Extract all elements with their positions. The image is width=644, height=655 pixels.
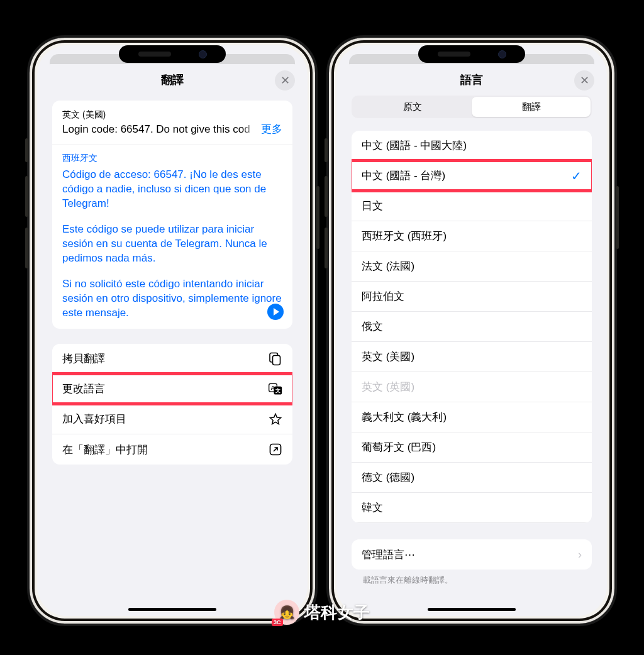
language-item[interactable]: 法文 (法國) (352, 251, 592, 282)
language-label: 英文 (英國) (362, 380, 414, 394)
phone-left: 翻譯 ✕ 英文 (美國) Login code: 66547. Do not g… (27, 35, 318, 626)
action-list: 拷貝翻譯 更改語言 A文 (52, 344, 292, 465)
segment-target[interactable]: 翻譯 (472, 97, 591, 117)
source-language-label: 英文 (美國) (62, 109, 282, 121)
language-item[interactable]: 義大利文 (義大利) (352, 402, 592, 432)
manage-label: 管理語言⋯ (362, 548, 415, 562)
language-label: 義大利文 (義大利) (362, 410, 447, 424)
language-item[interactable]: 俄文 (352, 312, 592, 342)
language-item[interactable]: 德文 (德國) (352, 463, 592, 493)
watermark-text: 塔科女子 (304, 602, 370, 624)
language-label: 中文 (國語 - 台灣) (362, 168, 445, 183)
language-label: 英文 (美國) (362, 350, 414, 364)
language-item[interactable]: 葡萄牙文 (巴西) (352, 432, 592, 463)
watermark: 👧3C 塔科女子 (274, 600, 370, 625)
close-button[interactable]: ✕ (275, 70, 295, 91)
open-in-translate-item[interactable]: 在「翻譯」中打開 (52, 434, 292, 465)
change-language-item[interactable]: 更改語言 A文 (52, 374, 292, 404)
sheet-title: 語言 (460, 72, 483, 87)
translate-sheet: 翻譯 ✕ 英文 (美國) Login code: 66547. Do not g… (42, 64, 303, 616)
language-item[interactable]: 英文 (美國) (352, 342, 592, 372)
volume-down[interactable] (25, 228, 28, 268)
translation-card: 英文 (美國) Login code: 66547. Do not give t… (52, 101, 292, 329)
mute-switch[interactable] (325, 138, 328, 162)
action-label: 更改語言 (62, 382, 105, 396)
power-button[interactable] (616, 186, 619, 249)
language-label: 中文 (國語 - 中國大陸) (362, 138, 467, 153)
language-label: 法文 (法國) (362, 259, 414, 273)
notch (119, 45, 226, 63)
language-item[interactable]: 中文 (國語 - 中國大陸) (352, 131, 592, 161)
add-favorite-item[interactable]: 加入喜好項目 (52, 404, 292, 434)
language-label: 西班牙文 (西班牙) (362, 229, 447, 243)
language-label: 日文 (362, 199, 383, 213)
language-label: 俄文 (362, 319, 383, 334)
language-sheet: 語言 ✕ 原文 翻譯 中文 (國語 - 中國大陸)中文 (國語 - 台灣)✓日文… (341, 64, 602, 616)
language-label: 韓文 (362, 500, 383, 515)
sheet-title: 翻譯 (161, 72, 184, 87)
chevron-right-icon: › (578, 548, 582, 561)
watermark-avatar: 👧3C (274, 600, 299, 625)
target-language-label: 西班牙文 (62, 153, 282, 164)
open-external-icon (269, 443, 282, 456)
language-label: 阿拉伯文 (362, 289, 404, 304)
volume-down[interactable] (325, 228, 328, 268)
language-item: 英文 (英國) (352, 372, 592, 402)
divider (52, 145, 292, 145)
power-button[interactable] (316, 186, 319, 249)
segmented-control: 原文 翻譯 (352, 96, 592, 118)
language-item[interactable]: 西班牙文 (西班牙) (352, 221, 592, 251)
notch (418, 45, 525, 63)
language-item[interactable]: 中文 (國語 - 台灣)✓ (352, 161, 592, 191)
language-label: 葡萄牙文 (巴西) (362, 440, 436, 454)
mute-switch[interactable] (25, 138, 28, 162)
volume-up[interactable] (325, 176, 328, 217)
translate-icon: A文 (269, 382, 282, 396)
language-list: 中文 (國語 - 中國大陸)中文 (國語 - 台灣)✓日文西班牙文 (西班牙)法… (352, 131, 592, 523)
close-icon: ✕ (580, 74, 589, 87)
copy-icon (269, 352, 282, 366)
manage-languages-item[interactable]: 管理語言⋯ › (352, 539, 592, 570)
action-label: 拷貝翻譯 (62, 351, 105, 366)
close-icon: ✕ (280, 74, 290, 87)
copy-translation-item[interactable]: 拷貝翻譯 (52, 344, 292, 374)
checkmark-icon: ✓ (571, 168, 582, 184)
segment-source[interactable]: 原文 (353, 97, 472, 117)
volume-up[interactable] (25, 176, 28, 217)
language-item[interactable]: 阿拉伯文 (352, 282, 592, 312)
home-indicator[interactable] (428, 608, 516, 611)
footer-note: 載語言來在離線時翻譯。 (352, 570, 592, 591)
more-link[interactable]: 更多 (242, 122, 282, 136)
action-label: 加入喜好項目 (62, 412, 126, 426)
star-icon (269, 412, 282, 426)
svg-text:文: 文 (275, 387, 280, 394)
svg-rect-0 (273, 355, 280, 365)
phone-right: 語言 ✕ 原文 翻譯 中文 (國語 - 中國大陸)中文 (國語 - 台灣)✓日文… (326, 35, 617, 626)
close-button[interactable]: ✕ (574, 70, 594, 91)
language-item[interactable]: 韓文 (352, 493, 592, 523)
home-indicator[interactable] (128, 608, 216, 611)
language-label: 德文 (德國) (362, 470, 414, 485)
action-label: 在「翻譯」中打開 (62, 443, 148, 457)
target-text: Código de acceso: 66547. ¡No le des este… (62, 168, 282, 320)
language-item[interactable]: 日文 (352, 191, 592, 221)
